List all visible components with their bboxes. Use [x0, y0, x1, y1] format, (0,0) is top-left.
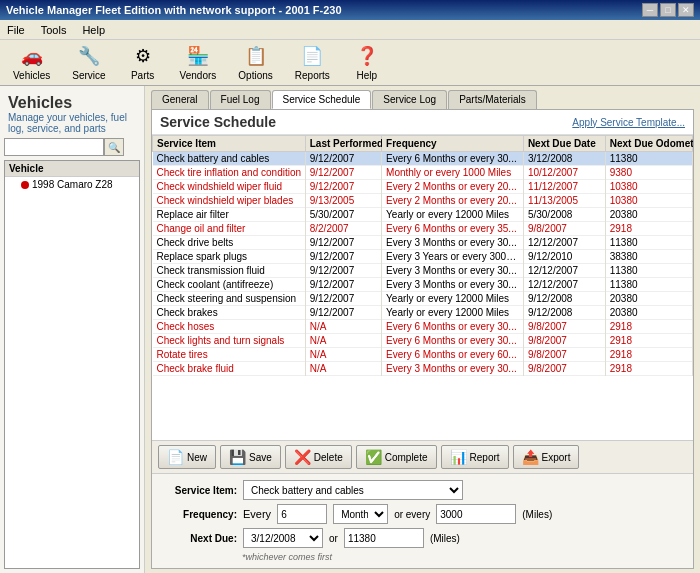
search-button[interactable]: 🔍	[104, 138, 124, 156]
left-panel: Vehicles Manage your vehicles, fuel log,…	[0, 86, 145, 573]
next-due-odo-input[interactable]	[344, 528, 424, 548]
cell-service-item: Rotate tires	[153, 348, 306, 362]
col-last-performed: Last Performed	[305, 136, 381, 152]
report-button[interactable]: 📊 Report	[441, 445, 509, 469]
cell-service-item: Replace air filter	[153, 208, 306, 222]
cell-service-item: Replace spark plugs	[153, 250, 306, 264]
service-item-row: Service Item: Check battery and cables	[162, 480, 683, 500]
col-next-due-date: Next Due Date	[523, 136, 605, 152]
search-input[interactable]	[4, 138, 104, 156]
cell-next-date: 11/12/2007	[523, 180, 605, 194]
service-item-select[interactable]: Check battery and cables	[243, 480, 463, 500]
save-icon: 💾	[229, 449, 246, 465]
window-title: Vehicle Manager Fleet Edition with netwo…	[6, 4, 342, 16]
table-row[interactable]: Check tire inflation and condition 9/12/…	[153, 166, 693, 180]
tab-general[interactable]: General	[151, 90, 209, 109]
menu-help[interactable]: Help	[79, 23, 108, 37]
menu-file[interactable]: File	[4, 23, 28, 37]
table-row[interactable]: Replace spark plugs 9/12/2007 Every 3 Ye…	[153, 250, 693, 264]
table-row[interactable]: Check hoses N/A Every 6 Months or every …	[153, 320, 693, 334]
toolbar-vendors[interactable]: 🏪 Vendors	[173, 41, 224, 84]
cell-service-item: Check drive belts	[153, 236, 306, 250]
cell-last-performed: N/A	[305, 362, 381, 376]
table-row[interactable]: Check coolant (antifreeze) 9/12/2007 Eve…	[153, 278, 693, 292]
cell-next-odo: 2918	[605, 362, 692, 376]
cell-last-performed: 9/12/2007	[305, 306, 381, 320]
cell-frequency: Every 2 Months or every 20...	[382, 194, 524, 208]
export-button[interactable]: 📤 Export	[513, 445, 580, 469]
menu-tools[interactable]: Tools	[38, 23, 70, 37]
col-frequency: Frequency	[382, 136, 524, 152]
export-label: Export	[542, 452, 571, 463]
delete-button[interactable]: ❌ Delete	[285, 445, 352, 469]
minimize-button[interactable]: ─	[642, 3, 658, 17]
vehicle-status-dot	[21, 181, 29, 189]
service-icon: 🔧	[77, 44, 101, 68]
cell-last-performed: 9/12/2007	[305, 166, 381, 180]
table-row[interactable]: Check brake fluid N/A Every 3 Months or …	[153, 362, 693, 376]
frequency-miles-input[interactable]	[436, 504, 516, 524]
tab-service-schedule[interactable]: Service Schedule	[272, 90, 372, 109]
table-row[interactable]: Check lights and turn signals N/A Every …	[153, 334, 693, 348]
main-content: Vehicles Manage your vehicles, fuel log,…	[0, 86, 700, 573]
frequency-number-input[interactable]	[277, 504, 327, 524]
cell-next-odo: 11380	[605, 236, 692, 250]
next-due-row: Next Due: 3/12/2008 or (Miles)	[162, 528, 683, 548]
table-row[interactable]: Check transmission fluid 9/12/2007 Every…	[153, 264, 693, 278]
apply-template-link[interactable]: Apply Service Template...	[572, 117, 685, 128]
table-row[interactable]: Check windshield wiper fluid 9/12/2007 E…	[153, 180, 693, 194]
toolbar-vehicles[interactable]: 🚗 Vehicles	[6, 41, 57, 84]
cell-next-odo: 9380	[605, 166, 692, 180]
table-row[interactable]: Check drive belts 9/12/2007 Every 3 Mont…	[153, 236, 693, 250]
cell-frequency: Every 3 Months or every 30...	[382, 236, 524, 250]
table-row[interactable]: Rotate tires N/A Every 6 Months or every…	[153, 348, 693, 362]
cell-next-odo: 20380	[605, 306, 692, 320]
toolbar-options[interactable]: 📋 Options	[231, 41, 279, 84]
cell-next-odo: 38380	[605, 250, 692, 264]
close-button[interactable]: ✕	[678, 3, 694, 17]
toolbar-help[interactable]: ❓ Help	[345, 41, 389, 84]
table-row[interactable]: Check battery and cables 9/12/2007 Every…	[153, 152, 693, 166]
tab-fuel-log[interactable]: Fuel Log	[210, 90, 271, 109]
toolbar-parts[interactable]: ⚙ Parts	[121, 41, 165, 84]
new-button[interactable]: 📄 New	[158, 445, 216, 469]
schedule-title: Service Schedule	[160, 114, 276, 130]
maximize-button[interactable]: □	[660, 3, 676, 17]
table-row[interactable]: Check windshield wiper blades 9/13/2005 …	[153, 194, 693, 208]
cell-frequency: Every 3 Months or every 30...	[382, 264, 524, 278]
next-due-date-select[interactable]: 3/12/2008	[243, 528, 323, 548]
cell-next-date: 3/12/2008	[523, 152, 605, 166]
complete-button[interactable]: ✅ Complete	[356, 445, 437, 469]
delete-icon: ❌	[294, 449, 311, 465]
cell-frequency: Monthly or every 1000 Miles	[382, 166, 524, 180]
cell-last-performed: 5/30/2007	[305, 208, 381, 222]
cell-last-performed: 9/13/2005	[305, 194, 381, 208]
report-icon: 📊	[450, 449, 467, 465]
cell-next-date: 12/12/2007	[523, 278, 605, 292]
vehicle-item[interactable]: 1998 Camaro Z28	[5, 177, 139, 192]
schedule-table-container: Service Item Last Performed Frequency Ne…	[152, 135, 693, 440]
main-toolbar: 🚗 Vehicles 🔧 Service ⚙ Parts 🏪 Vendors 📋…	[0, 40, 700, 86]
miles-label-2: (Miles)	[430, 533, 460, 544]
cell-next-date: 9/8/2007	[523, 348, 605, 362]
table-row[interactable]: Check steering and suspension 9/12/2007 …	[153, 292, 693, 306]
cell-service-item: Check tire inflation and condition	[153, 166, 306, 180]
cell-service-item: Check brakes	[153, 306, 306, 320]
or-every-label: or every	[394, 509, 430, 520]
whichever-text: *whichever comes first	[242, 552, 683, 562]
cell-service-item: Check lights and turn signals	[153, 334, 306, 348]
tab-parts-materials[interactable]: Parts/Materials	[448, 90, 537, 109]
table-row[interactable]: Check brakes 9/12/2007 Yearly or every 1…	[153, 306, 693, 320]
cell-next-date: 9/12/2008	[523, 306, 605, 320]
toolbar-service[interactable]: 🔧 Service	[65, 41, 112, 84]
report-label: Report	[470, 452, 500, 463]
table-row[interactable]: Change oil and filter 8/2/2007 Every 6 M…	[153, 222, 693, 236]
table-row[interactable]: Replace air filter 5/30/2007 Yearly or e…	[153, 208, 693, 222]
cell-last-performed: N/A	[305, 348, 381, 362]
vehicle-list-header: Vehicle	[5, 161, 139, 177]
parts-icon: ⚙	[131, 44, 155, 68]
frequency-unit-select[interactable]: Months Days Weeks Years	[333, 504, 388, 524]
toolbar-reports[interactable]: 📄 Reports	[288, 41, 337, 84]
save-button[interactable]: 💾 Save	[220, 445, 281, 469]
tab-service-log[interactable]: Service Log	[372, 90, 447, 109]
